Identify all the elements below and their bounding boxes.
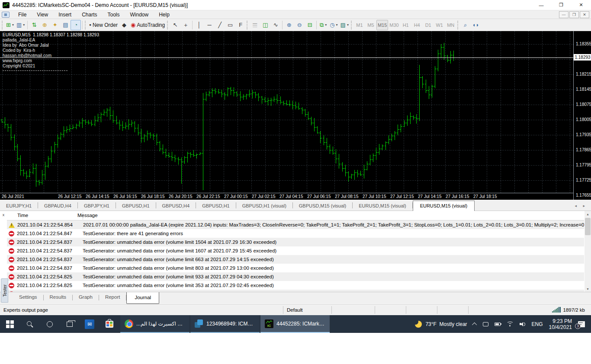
tester-tab-results[interactable]: Results (44, 292, 72, 302)
tile-windows-button[interactable]: ⊟ (305, 20, 315, 30)
market-watch-button[interactable]: ⇅ (29, 20, 39, 30)
weather-widget[interactable]: 73°F Mostly clear (411, 315, 470, 333)
journal-row[interactable]: 2021.10.04 21:22:54.8542021.07.01 00:00:… (7, 220, 584, 229)
volume-tray-button[interactable] (517, 315, 529, 333)
timeframe-mn-button[interactable]: MN (445, 20, 456, 30)
tester-tab-graph[interactable]: Graph (73, 292, 99, 302)
time-axis[interactable]: 26 Jul 202126 Jul 12:1526 Jul 14:1526 Ju… (0, 193, 573, 200)
new-chart-button[interactable]: ⊞▾ (5, 20, 15, 30)
chart-tab-eurjpy-h1[interactable]: EURJPY,H1 (0, 201, 38, 211)
tester-tab-journal[interactable]: Journal (126, 292, 159, 304)
periods-button[interactable]: ◷▾ (328, 20, 339, 30)
tester-tab-settings[interactable]: Settings (13, 292, 43, 302)
chart-tab-gbpusd-h1[interactable]: GBPUSD,H1 (116, 201, 156, 211)
journal-row[interactable]: 2021.10.04 21:22:54.847TestGenerator: th… (7, 229, 584, 238)
horizontal-line-button[interactable]: ─ (204, 20, 215, 30)
battery-tray-button[interactable] (491, 315, 504, 333)
navigator-button[interactable]: ✦ (50, 20, 60, 30)
menu-charts[interactable]: Charts (77, 10, 102, 19)
chart-tab-gbpusd-h1[interactable]: GBPUSD,H1 (196, 201, 236, 211)
chart-tab-gbpaud-h4[interactable]: GBPAUD,H4 (38, 201, 77, 211)
crosshair-button[interactable]: ＋ (180, 20, 191, 30)
timeframe-m30-button[interactable]: M30 (388, 20, 400, 30)
strategy-tester-button[interactable]: ◔ (71, 20, 81, 30)
journal-row[interactable]: 2021.10.04 21:22:54.825TestGenerator: un… (7, 290, 584, 292)
task-view-button[interactable] (60, 315, 80, 333)
cortana-button[interactable] (40, 315, 60, 333)
journal-column-message[interactable]: Message (77, 213, 98, 218)
menu-help[interactable]: Help (154, 10, 175, 19)
scrollbar-thumb[interactable] (585, 218, 591, 235)
profiles-button[interactable]: ▥▾ (15, 20, 26, 30)
clock[interactable]: 9:23 PM10/4/2021 (546, 315, 575, 333)
chart-tab-gbpusd-m15-visual-[interactable]: GBPUSD,M15 (visual) (293, 201, 352, 211)
trendline-button[interactable]: ╱ (215, 20, 225, 30)
candlestick-chart-button[interactable]: ◫ (260, 20, 270, 30)
timeframe-d1-button[interactable]: D1 (423, 20, 434, 30)
mdi-restore-button[interactable]: ❐ (569, 11, 579, 18)
chart-tab-eurusd-m15-visual-[interactable]: EURUSD,M15 (visual) (413, 201, 475, 211)
timeframe-m5-button[interactable]: M5 (365, 20, 376, 30)
chart-tab-gbpusd-h1-visual-[interactable]: GBPUSD,H1 (visual) (236, 201, 292, 211)
journal-row[interactable]: 2021.10.04 21:22:54.837TestGenerator: un… (7, 246, 584, 255)
tab-scroll-arrows[interactable]: ◂ ▸ (575, 204, 588, 208)
minimize-button[interactable]: — (531, 0, 551, 10)
zoom-out-button[interactable]: ⊖ (294, 20, 305, 30)
metaeditor-button[interactable]: ◆ (119, 20, 129, 30)
search-button[interactable]: ⌕ (460, 20, 471, 30)
journal-row[interactable]: 2021.10.04 21:22:54.825TestGenerator: un… (7, 281, 584, 290)
timeframe-m15-button[interactable]: M15 (376, 20, 388, 30)
timeframe-h1-button[interactable]: H1 (400, 20, 411, 30)
mdi-minimize-button[interactable]: — (559, 11, 569, 18)
mail-button[interactable]: ✉ (80, 315, 100, 333)
journal-column-time[interactable]: Time (17, 213, 28, 218)
taskbar-search-button[interactable] (20, 315, 40, 333)
menu-file[interactable]: File (13, 10, 32, 19)
autotrading-button[interactable]: ◉AutoTrading (129, 20, 166, 30)
close-button[interactable]: ✕ (571, 0, 591, 10)
menu-window[interactable]: Window (125, 10, 154, 19)
line-chart-button[interactable]: ∿ (270, 20, 281, 30)
new-order-button[interactable]: ▪New Order (88, 20, 119, 30)
data-window-button[interactable]: ⊕ (39, 20, 50, 30)
taskbar-app-telegram[interactable]: 1234968949: ICMCa... (190, 315, 260, 333)
restore-button[interactable]: ❐ (551, 0, 571, 10)
menu-view[interactable]: View (32, 10, 53, 19)
vertical-line-button[interactable]: │ (194, 20, 204, 30)
timeframe-w1-button[interactable]: W1 (434, 20, 445, 30)
mdi-close-button[interactable]: ✕ (580, 11, 589, 18)
cursor-button[interactable]: ↖ (170, 20, 180, 30)
chat-button[interactable]: ◖◗ (471, 20, 481, 30)
tester-panel-tab[interactable]: Tester (1, 278, 8, 303)
start-button[interactable] (0, 315, 20, 333)
journal-row[interactable]: 2021.10.04 21:22:54.825TestGenerator: un… (7, 272, 584, 281)
tray-overflow-button[interactable] (470, 315, 480, 333)
journal-row[interactable]: 2021.10.04 21:22:54.837TestGenerator: un… (7, 238, 584, 246)
scroll-down-icon[interactable]: ▼ (585, 286, 591, 292)
fibonacci-button[interactable]: F (235, 20, 246, 30)
timeframe-h4-button[interactable]: H4 (411, 20, 423, 30)
timeframe-m1-button[interactable]: M1 (354, 20, 365, 30)
terminal-button[interactable]: ▤ (60, 20, 71, 30)
device-tray-button[interactable] (480, 315, 491, 333)
bar-chart-button[interactable]: 𝄙 (250, 20, 260, 30)
taskbar-app-mt4[interactable]: IC44452285: ICMarket... (260, 315, 330, 333)
menu-tools[interactable]: Tools (103, 10, 125, 19)
rectangle-button[interactable]: ▭ (225, 20, 235, 30)
chart-tab-gbpusd-h4[interactable]: GBPUSD,H4 (156, 201, 196, 211)
journal-row[interactable]: 2021.10.04 21:22:54.837TestGenerator: un… (7, 255, 584, 264)
price-axis[interactable]: 1.183551.182851.182151.181451.180751.180… (573, 31, 591, 200)
chart-tab-gbpjpy-h1[interactable]: GBPJPY,H1 (78, 201, 116, 211)
templates-button[interactable]: ▨▾ (339, 20, 350, 30)
journal-scrollbar[interactable]: ▲ ▼ (585, 211, 591, 292)
tester-tab-report[interactable]: Report (99, 292, 126, 302)
language-indicator[interactable]: ENG (529, 315, 546, 333)
journal-row[interactable]: 2021.10.04 21:22:54.837TestGenerator: un… (7, 264, 584, 272)
network-tray-button[interactable] (504, 315, 517, 333)
price-chart[interactable]: EURUSD,M15 1.18298 1.18307 1.18288 1.182… (0, 31, 573, 200)
status-profile[interactable]: Default (283, 306, 332, 314)
indicators-button[interactable]: ⧉▾ (318, 20, 328, 30)
zoom-in-button[interactable]: ⊕ (284, 20, 294, 30)
scroll-up-icon[interactable]: ▲ (585, 211, 591, 217)
action-center-button[interactable]: 3 (575, 315, 591, 333)
